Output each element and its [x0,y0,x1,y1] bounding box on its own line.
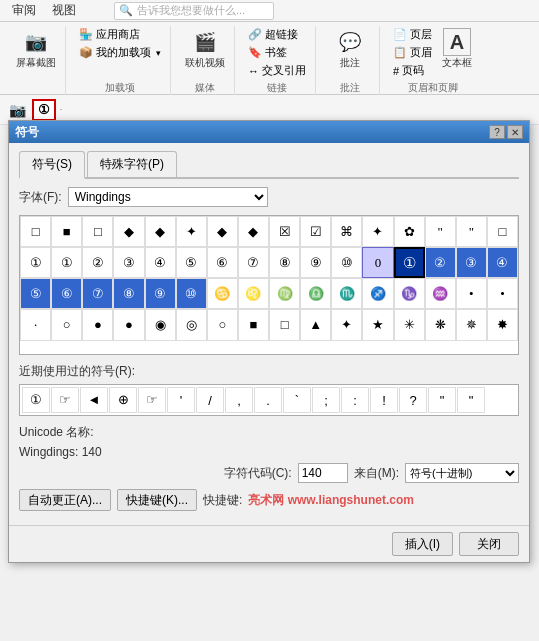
sym-cell[interactable]: " [425,216,456,247]
sym-cell[interactable]: ♒ [425,278,456,309]
source-select[interactable]: 符号(十进制) 符号(十六进制) Unicode(十六进制) [405,463,519,483]
dialog-help-btn[interactable]: ? [489,125,505,139]
appstore-btn[interactable]: 🏪 应用商店 [76,26,164,43]
sym-cell[interactable]: □ [269,309,300,340]
recent-cell[interactable]: , [225,387,253,413]
insert-btn[interactable]: 插入(I) [392,532,453,556]
header-btn[interactable]: 📋 页眉 [390,44,435,61]
page-number-btn[interactable]: # 页码 [390,62,435,79]
screenshot-btn[interactable]: 📷 屏幕截图 [13,26,59,72]
sym-cell[interactable]: ⑩ [176,278,207,309]
dialog-close-bottom-btn[interactable]: 关闭 [459,532,519,556]
sym-cell[interactable]: ◆ [207,216,238,247]
tab-review[interactable]: 审阅 [4,0,44,21]
sym-cell[interactable]: ⑨ [300,247,331,278]
symbol-toolbar-btn[interactable]: ① [32,99,56,121]
sym-cell[interactable]: ⑦ [82,278,113,309]
sym-cell[interactable]: ✸ [487,309,518,340]
sym-cell[interactable]: ⑥ [207,247,238,278]
sym-cell[interactable]: ❋ [425,309,456,340]
ribbon-search-box[interactable]: 🔍 告诉我您想要做什么... [114,2,274,20]
tab-special-chars[interactable]: 特殊字符(P) [87,151,177,177]
charcode-input[interactable] [298,463,348,483]
sym-cell[interactable]: ⑤ [176,247,207,278]
recent-cell[interactable]: ◄ [80,387,108,413]
recent-cell[interactable]: ` [283,387,311,413]
font-select[interactable]: Wingdings [68,187,268,207]
sym-cell[interactable]: ▲ [300,309,331,340]
sym-cell[interactable]: 0 [362,247,393,278]
myaddin-btn[interactable]: 📦 我的加载项 ▾ [76,44,164,61]
shortcut-btn[interactable]: 快捷键(K)... [117,489,197,511]
sym-cell[interactable]: ☑ [300,216,331,247]
sym-cell[interactable]: ⌘ [331,216,362,247]
sym-cell[interactable]: □ [82,216,113,247]
recent-cell[interactable]: ? [399,387,427,413]
sym-cell[interactable]: ◆ [113,216,144,247]
sym-cell[interactable]: ⑧ [269,247,300,278]
recent-cell[interactable]: ☞ [138,387,166,413]
camera-icon[interactable]: 📷 [6,99,28,121]
myaddin-dropdown[interactable]: ▾ [156,48,161,58]
recent-cell[interactable]: " [457,387,485,413]
sym-cell[interactable]: ③ [113,247,144,278]
recent-cell[interactable]: / [196,387,224,413]
recent-cell[interactable]: ⊕ [109,387,137,413]
sym-cell[interactable]: ✦ [362,216,393,247]
sym-cell[interactable]: ♋ [207,278,238,309]
sym-cell[interactable]: ◆ [238,216,269,247]
sym-cell[interactable]: ⑤ [20,278,51,309]
dialog-close-btn[interactable]: ✕ [507,125,523,139]
sym-cell[interactable]: ☒ [269,216,300,247]
sym-cell[interactable]: ② [425,247,456,278]
sym-cell[interactable]: · [20,309,51,340]
sym-cell[interactable]: " [456,216,487,247]
sym-cell[interactable]: ♏ [331,278,362,309]
recent-cell[interactable]: " [428,387,456,413]
recent-cell[interactable]: ; [312,387,340,413]
autocorrect-btn[interactable]: 自动更正(A)... [19,489,111,511]
sym-cell[interactable]: ④ [487,247,518,278]
tab-symbols[interactable]: 符号(S) [19,151,85,179]
recent-cell[interactable]: ☞ [51,387,79,413]
textbox-btn[interactable]: A 文本框 [439,26,475,72]
sym-cell[interactable]: ◎ [176,309,207,340]
sym-cell[interactable]: ✳ [394,309,425,340]
sym-cell[interactable]: ○ [51,309,82,340]
sym-cell[interactable]: ① [51,247,82,278]
sym-cell[interactable]: □ [487,216,518,247]
bookmark-btn[interactable]: 🔖 书签 [245,44,309,61]
sym-cell[interactable]: ① [20,247,51,278]
page-layer-btn[interactable]: 📄 页层 [390,26,435,43]
sym-cell[interactable]: ⑩ [331,247,362,278]
sym-cell[interactable]: ✿ [394,216,425,247]
sym-cell[interactable]: ✦ [331,309,362,340]
sym-cell[interactable]: ● [82,309,113,340]
sym-cell[interactable]: ③ [456,247,487,278]
sym-cell[interactable]: ♍ [269,278,300,309]
tab-view[interactable]: 视图 [44,0,84,21]
sym-cell[interactable]: ★ [362,309,393,340]
sym-cell[interactable]: • [487,278,518,309]
sym-cell[interactable]: ♎ [300,278,331,309]
sym-cell[interactable]: □ [20,216,51,247]
sym-cell[interactable]: ✵ [456,309,487,340]
sym-cell[interactable]: ● [113,309,144,340]
recent-cell[interactable]: ! [370,387,398,413]
online-video-btn[interactable]: 🎬 联机视频 [182,26,228,72]
sym-cell-selected[interactable]: ① [394,247,425,278]
sym-cell[interactable]: ◆ [145,216,176,247]
sym-cell[interactable]: ♑ [394,278,425,309]
sym-cell[interactable]: ♐ [362,278,393,309]
sym-cell[interactable]: ♌ [238,278,269,309]
sym-cell[interactable]: • [456,278,487,309]
sym-cell[interactable]: ② [82,247,113,278]
sym-cell[interactable]: ⑥ [51,278,82,309]
sym-cell[interactable]: ⑨ [145,278,176,309]
crossref-btn[interactable]: ↔ 交叉引用 [245,62,309,79]
hyperlink-btn[interactable]: 🔗 超链接 [245,26,309,43]
recent-cell[interactable]: : [341,387,369,413]
sym-cell[interactable]: ⑦ [238,247,269,278]
sym-cell[interactable]: ○ [207,309,238,340]
sym-cell[interactable]: ④ [145,247,176,278]
